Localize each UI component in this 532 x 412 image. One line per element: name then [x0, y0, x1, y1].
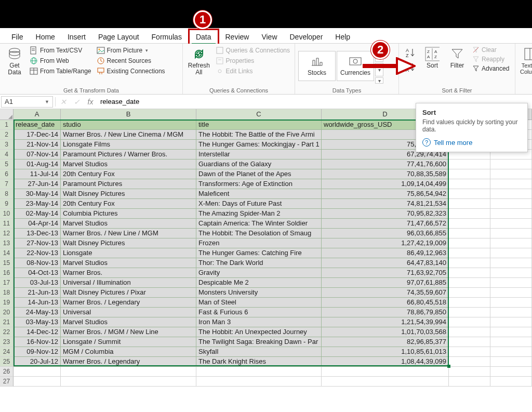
- cell[interactable]: 96,03,66,855: [322, 229, 449, 238]
- cell[interactable]: [449, 298, 490, 308]
- cell[interactable]: 70,95,82,323: [322, 209, 449, 219]
- row-header[interactable]: 10: [0, 209, 14, 219]
- from-picture-button[interactable]: From Picture▾: [95, 46, 167, 55]
- get-data-button[interactable]: Get Data: [3, 46, 26, 77]
- cell[interactable]: 1,27,42,19,009: [322, 238, 449, 248]
- cell[interactable]: Warner Bros. / Legendary: [61, 298, 196, 308]
- row-header[interactable]: 15: [0, 258, 14, 268]
- cell[interactable]: [14, 377, 61, 387]
- cell[interactable]: 01-Aug-14: [14, 160, 61, 169]
- cell[interactable]: X-Men: Days of Future Past: [196, 199, 322, 209]
- cell[interactable]: [449, 189, 490, 199]
- cell[interactable]: 71,63,92,705: [322, 268, 449, 278]
- row-header[interactable]: 6: [0, 169, 14, 179]
- cell[interactable]: [490, 219, 532, 229]
- cell[interactable]: 86,49,12,963: [322, 248, 449, 258]
- cell[interactable]: 27-Jun-14: [14, 179, 61, 189]
- cell[interactable]: [449, 288, 490, 298]
- tab-file[interactable]: File: [5, 30, 30, 44]
- row-header[interactable]: 20: [0, 308, 14, 317]
- cell[interactable]: 75,86,54,942: [322, 189, 449, 199]
- cell[interactable]: 16-Nov-12: [14, 337, 61, 347]
- tab-developer[interactable]: Developer: [284, 30, 329, 44]
- cell[interactable]: [449, 268, 490, 278]
- cell[interactable]: Fast & Furious 6: [196, 308, 322, 317]
- cell[interactable]: [449, 317, 490, 327]
- cell[interactable]: 1,08,44,39,099: [322, 357, 449, 367]
- cell[interactable]: Warner Bros.: [61, 268, 196, 278]
- cell[interactable]: [449, 367, 490, 377]
- cell[interactable]: Lionsgate: [61, 248, 196, 258]
- cell[interactable]: 14-Jun-13: [14, 298, 61, 308]
- cell[interactable]: [196, 367, 322, 377]
- cell[interactable]: 13-Dec-13: [14, 229, 61, 238]
- cell[interactable]: 02-May-14: [14, 209, 61, 219]
- cell[interactable]: [196, 377, 322, 387]
- cell[interactable]: 27-Nov-13: [14, 238, 61, 248]
- cell[interactable]: 09-Nov-12: [14, 347, 61, 357]
- cell[interactable]: [490, 179, 532, 189]
- cell[interactable]: 20-Jul-12: [14, 357, 61, 367]
- cell[interactable]: 03-Jul-13: [14, 278, 61, 288]
- cell[interactable]: 24-May-13: [14, 308, 61, 317]
- from-table-button[interactable]: From Table/Range: [28, 67, 93, 76]
- recent-sources-button[interactable]: Recent Sources: [95, 56, 167, 65]
- cell[interactable]: [490, 288, 532, 298]
- cell[interactable]: [449, 229, 490, 238]
- cell[interactable]: [449, 258, 490, 268]
- row-header[interactable]: 11: [0, 219, 14, 229]
- cell[interactable]: The Hunger Games: Mockingjay - Part 1: [196, 140, 322, 150]
- cancel-formula-button[interactable]: ✕: [57, 98, 70, 106]
- cell[interactable]: Walt Disney Pictures: [61, 238, 196, 248]
- cell[interactable]: [490, 169, 532, 179]
- refresh-all-button[interactable]: Refresh All: [186, 46, 212, 77]
- cell[interactable]: [490, 298, 532, 308]
- cell[interactable]: 74,81,21,534: [322, 199, 449, 209]
- name-box[interactable]: A1▼: [1, 96, 53, 108]
- cell[interactable]: [449, 278, 490, 288]
- advanced-filter-button[interactable]: Advanced: [471, 64, 511, 73]
- cell[interactable]: [490, 367, 532, 377]
- cell[interactable]: Dawn of the Planet of the Apes: [196, 169, 322, 179]
- cell[interactable]: 14-Dec-12: [14, 327, 61, 337]
- filter-button[interactable]: Filter: [446, 46, 469, 70]
- cell[interactable]: Monsters University: [196, 288, 322, 298]
- row-header[interactable]: 19: [0, 298, 14, 308]
- cell[interactable]: Walt Disney Pictures: [61, 189, 196, 199]
- cell[interactable]: [449, 308, 490, 317]
- row-header[interactable]: 21: [0, 317, 14, 327]
- cell[interactable]: [490, 160, 532, 169]
- cell[interactable]: 97,07,61,885: [322, 278, 449, 288]
- cell[interactable]: 1,10,85,61,013: [322, 347, 449, 357]
- row-header[interactable]: 3: [0, 140, 14, 150]
- cell[interactable]: Man of Steel: [196, 298, 322, 308]
- row-header[interactable]: 14: [0, 248, 14, 258]
- cell[interactable]: 11-Jul-14: [14, 169, 61, 179]
- cell[interactable]: [490, 238, 532, 248]
- cell[interactable]: studio: [61, 120, 196, 130]
- cell[interactable]: 04-Apr-14: [14, 219, 61, 229]
- cell[interactable]: [490, 357, 532, 367]
- cell[interactable]: 03-May-13: [14, 317, 61, 327]
- cell[interactable]: Warner Bros. / New Line Cinema / MGM: [61, 130, 196, 140]
- cell[interactable]: [490, 308, 532, 317]
- cell[interactable]: [449, 327, 490, 337]
- cell[interactable]: Universal: [61, 308, 196, 317]
- cell[interactable]: The Hobbit: The Desolation of Smaug: [196, 229, 322, 238]
- cell[interactable]: 17-Dec-14: [14, 130, 61, 140]
- cell[interactable]: [449, 179, 490, 189]
- queries-connections-button[interactable]: Queries & Connections: [214, 46, 291, 55]
- cell[interactable]: Interstellar: [196, 150, 322, 160]
- cell[interactable]: [449, 357, 490, 367]
- cell[interactable]: Transformers: Age of Extinction: [196, 179, 322, 189]
- from-web-button[interactable]: From Web: [28, 56, 93, 65]
- cell[interactable]: [449, 160, 490, 169]
- cell[interactable]: MGM / Columbia: [61, 347, 196, 357]
- cell[interactable]: [490, 337, 532, 347]
- cell[interactable]: 82,96,85,377: [322, 337, 449, 347]
- cell[interactable]: Warner Bros. / New Line / MGM: [61, 229, 196, 238]
- cell[interactable]: Warner Bros. / MGM / New Line: [61, 327, 196, 337]
- cell[interactable]: 22-Nov-13: [14, 248, 61, 258]
- row-header[interactable]: 23: [0, 337, 14, 347]
- cell[interactable]: Gravity: [196, 268, 322, 278]
